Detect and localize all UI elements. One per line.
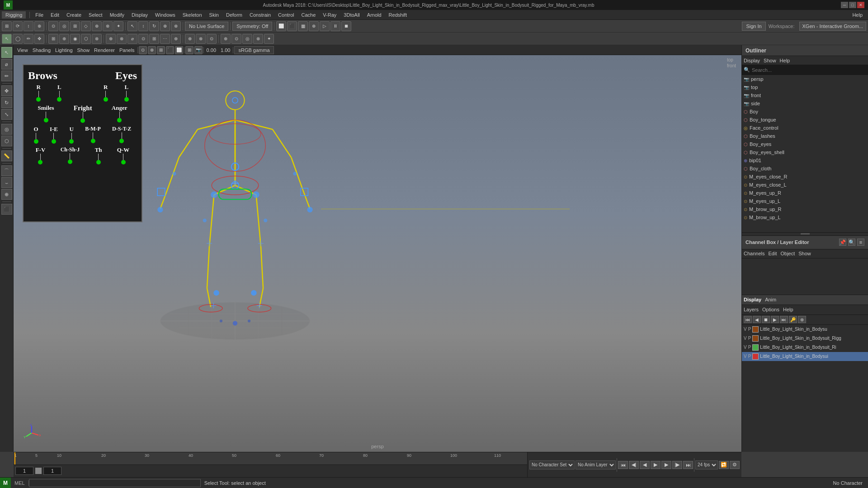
outliner-item-eyes-up-l[interactable]: ⊙ M_eyes_up_L xyxy=(742,197,868,205)
transport-go-start[interactable]: ⏮ xyxy=(618,461,628,469)
menu-constrain[interactable]: Constrain xyxy=(246,11,274,19)
tb2-skin3[interactable]: ⊙ xyxy=(207,34,217,44)
transport-prev-key[interactable]: ◀| xyxy=(629,461,639,469)
layer-ctrl-5[interactable]: ⏭ xyxy=(780,316,788,323)
tb-manip4[interactable]: ⊕ xyxy=(160,21,170,31)
bs-ph-o-dot[interactable] xyxy=(34,139,38,144)
tb-snap3[interactable]: ⊞ xyxy=(70,21,80,31)
char-set-dropdown[interactable]: No Character Set xyxy=(529,460,575,469)
outliner-item-face-control[interactable]: ◎ Face_control xyxy=(742,124,868,132)
bs-smiles-dot[interactable] xyxy=(44,118,48,122)
transport-settings[interactable]: ⚙ xyxy=(730,461,740,469)
outliner-item-front[interactable]: 📷 front xyxy=(742,91,868,99)
tool-move[interactable]: ✥ xyxy=(1,85,12,96)
menu-windows[interactable]: Windows xyxy=(151,11,179,19)
bs-fv-dot[interactable] xyxy=(38,160,42,164)
tb-view2[interactable]: ⬛ xyxy=(287,21,297,31)
menu-select[interactable]: Select xyxy=(85,11,106,19)
outliner-item-eyes-close-l[interactable]: ⊙ M_eyes_close_L xyxy=(742,181,868,189)
panel-renderer-menu[interactable]: Renderer xyxy=(92,47,117,53)
layer-item-2[interactable]: V P Little_Boy_Light_Skin_in_Bodysuit_Ri xyxy=(742,343,868,352)
bs-ph-ie-dot[interactable] xyxy=(52,139,56,144)
tb2-rig1[interactable]: ⊕ xyxy=(106,34,116,44)
vp-tb1[interactable]: ⊙ xyxy=(139,46,147,54)
tb-snap2[interactable]: ◎ xyxy=(59,21,69,31)
transport-go-end[interactable]: ⏭ xyxy=(683,461,693,469)
tb-manip5[interactable]: ⊗ xyxy=(171,21,181,31)
tb2-skin2[interactable]: ⊗ xyxy=(196,34,206,44)
tb2-rig4[interactable]: ⊙ xyxy=(138,34,148,44)
fps-dropdown[interactable]: 24 fps xyxy=(695,460,718,469)
bs-dot2[interactable] xyxy=(57,97,61,102)
channel-box-menu[interactable]: ≡ xyxy=(857,239,864,246)
tool-rotate[interactable]: ↻ xyxy=(1,97,12,108)
layer-item-1[interactable]: V P Little_Boy_Light_Skin_in_Bodysuit_Ri… xyxy=(742,334,868,343)
workspace-dropdown[interactable]: XGen - Interactive Groom... xyxy=(799,22,867,31)
tb2-misc5[interactable]: ✦ xyxy=(264,34,274,44)
tool-select[interactable]: ↖ xyxy=(1,47,12,58)
vp-tb4[interactable]: ⬛ xyxy=(166,46,174,54)
menu-create[interactable]: Create xyxy=(63,11,85,19)
transport-loop[interactable]: 🔁 xyxy=(719,461,729,469)
tool-soft[interactable]: ◎ xyxy=(1,124,12,135)
outliner-tab-display[interactable]: Display xyxy=(744,58,760,63)
tb-snap6[interactable]: ⊗ xyxy=(103,21,113,31)
menu-control[interactable]: Control xyxy=(274,11,297,19)
bs-ph-dstz-dot[interactable] xyxy=(119,139,124,143)
outliner-item-boy-lashes[interactable]: ⬡ Boy_lashes xyxy=(742,132,868,140)
bs-fright-dot[interactable] xyxy=(80,118,85,123)
transport-play[interactable]: ▶ xyxy=(651,461,660,469)
bs-qw-dot[interactable] xyxy=(121,160,126,164)
tb-view1[interactable]: ⬜ xyxy=(276,21,286,31)
cam-front-view[interactable]: front xyxy=(725,63,738,69)
tb2-misc3[interactable]: ◎ xyxy=(242,34,252,44)
bs-chshj-dot[interactable] xyxy=(68,160,72,164)
outliner-tab-show[interactable]: Show xyxy=(764,58,776,63)
tb2-rig6[interactable]: ⋯ xyxy=(160,34,170,44)
layer-ctrl-7[interactable]: ⊕ xyxy=(798,316,806,323)
layer-ctrl-4[interactable]: ▶ xyxy=(771,316,779,323)
tool-lasso[interactable]: ⌀ xyxy=(1,59,12,70)
cam-top-view[interactable]: top xyxy=(725,57,738,63)
tool-scale[interactable]: ⤡ xyxy=(1,109,12,120)
layer-subtab-help[interactable]: Help xyxy=(783,307,793,312)
vp-tb3[interactable]: ⊞ xyxy=(157,46,165,54)
bs-dot1[interactable] xyxy=(36,97,41,102)
tb-view7[interactable]: ⏹ xyxy=(341,21,351,31)
tool-curve2[interactable]: ⌣ xyxy=(1,177,12,188)
vp-grid[interactable]: ⊞ xyxy=(185,46,193,54)
tool-render[interactable]: ⬛ xyxy=(1,204,12,215)
menu-redshift[interactable]: Redshift xyxy=(385,11,410,19)
menu-arnold[interactable]: Arnold xyxy=(363,11,385,19)
tb-snap4[interactable]: ◇ xyxy=(81,21,91,31)
menu-3dtoall[interactable]: 3DtoAll xyxy=(340,11,363,19)
sign-in-btn[interactable]: Sign In xyxy=(742,22,765,31)
outliner-item-side[interactable]: 📷 side xyxy=(742,99,868,108)
panel-resize-handle[interactable] xyxy=(742,232,868,236)
minimize-button[interactable]: ─ xyxy=(841,2,848,8)
tb-lasso[interactable]: ◯ xyxy=(13,34,23,44)
tb-view4[interactable]: ⊕ xyxy=(309,21,319,31)
anim-layer-dropdown[interactable]: No Anim Layer xyxy=(576,460,616,469)
tb-icon4[interactable]: ⊕ xyxy=(34,21,44,31)
tool-paint[interactable]: ✏ xyxy=(1,70,12,81)
tb-select-mode[interactable]: ⊞ xyxy=(2,21,12,31)
menu-cache[interactable]: Cache xyxy=(298,11,320,19)
tb2-misc2[interactable]: ⊙ xyxy=(231,34,241,44)
layer-ctrl-2[interactable]: ◀ xyxy=(753,316,761,323)
outliner-item-persp[interactable]: 📷 persp xyxy=(742,75,868,83)
vp-tb5[interactable]: ⬜ xyxy=(175,46,183,54)
channel-box-search[interactable]: 🔍 xyxy=(848,239,855,246)
menu-help[interactable]: Help xyxy=(849,11,866,19)
tb2-rig7[interactable]: ⊕ xyxy=(171,34,181,44)
outliner-item-boy-eyes-shell[interactable]: ⬡ Boy_eyes_shell xyxy=(742,148,868,156)
layer-ctrl-3[interactable]: ⏹ xyxy=(762,316,770,323)
tb-manip3[interactable]: ↻ xyxy=(149,21,159,31)
tb-snap5[interactable]: ⊕ xyxy=(92,21,102,31)
outliner-tab-help[interactable]: Help xyxy=(780,58,790,63)
tb2-rig3[interactable]: ⌀ xyxy=(127,34,137,44)
outliner-search-input[interactable] xyxy=(752,67,866,73)
cb-tab-edit[interactable]: Edit xyxy=(768,251,777,256)
outliner-item-brow-up-l[interactable]: ⊙ M_brow_up_L xyxy=(742,213,868,221)
close-button[interactable]: ✕ xyxy=(857,2,864,8)
